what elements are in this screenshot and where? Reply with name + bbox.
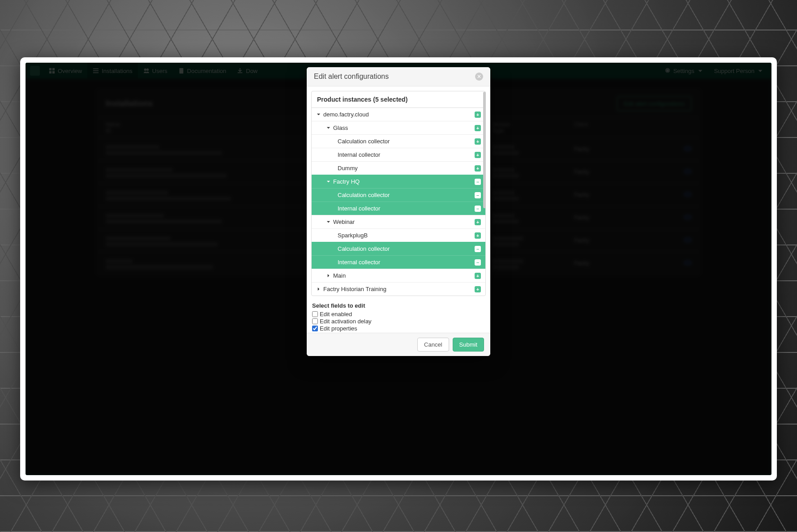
check-edit-properties-box[interactable] [312,326,318,331]
check-edit-enabled-label: Edit enabled [320,311,352,317]
chevron-right-icon[interactable] [316,287,321,291]
tree-label: Internal collector [338,205,380,212]
add-icon[interactable]: + [475,219,481,225]
modal-footer: Cancel Submit [307,333,490,356]
check-edit-enabled-box[interactable] [312,311,318,317]
scrollbar[interactable] [483,92,486,257]
remove-icon[interactable]: – [475,206,481,212]
app-window: Overview Installations Users Documentati… [20,57,777,481]
tree-label: Internal collector [338,151,380,158]
tree-row[interactable]: Glass+ [312,121,485,134]
submit-button[interactable]: Submit [453,338,484,352]
add-icon[interactable]: + [475,152,481,158]
tree-label: Dummy [338,165,358,172]
tree-label: Webinar [333,219,355,225]
product-instances-title: Product instances (5 selected) [312,91,485,108]
tree-label: Glass [333,124,348,131]
modal-header: Edit alert configurations ✕ [307,67,490,86]
tree-label: Calculation collector [338,245,390,252]
instance-tree: demo.factry.cloud+Glass+Calculation coll… [312,108,485,296]
tree-label: SparkplugB [338,232,368,239]
add-icon[interactable]: + [475,286,481,292]
chevron-down-icon[interactable] [326,126,330,130]
add-icon[interactable]: + [475,232,481,239]
tree-row[interactable]: Factry Historian Training+ [312,282,485,296]
add-icon[interactable]: + [475,112,481,118]
remove-icon[interactable]: – [475,246,481,252]
chevron-down-icon[interactable] [326,220,330,224]
tree-row[interactable]: Factry HQ– [312,175,485,188]
tree-row[interactable]: Calculation collector– [312,188,485,202]
add-icon[interactable]: + [475,273,481,279]
check-edit-activation[interactable]: Edit activation delay [312,318,486,325]
add-icon[interactable]: + [475,138,481,145]
tree-label: Factry HQ [333,178,360,185]
cancel-button[interactable]: Cancel [417,338,449,352]
tree-label: demo.factry.cloud [323,111,369,118]
tree-row[interactable]: Dummy+ [312,161,485,175]
remove-icon[interactable]: – [475,259,481,266]
add-icon[interactable]: + [475,165,481,172]
tree-row[interactable]: Internal collector– [312,255,485,269]
edit-alert-modal: Edit alert configurations ✕ Product inst… [307,67,490,356]
check-edit-enabled[interactable]: Edit enabled [312,311,486,317]
tree-label: Calculation collector [338,138,390,145]
tree-row[interactable]: Internal collector+ [312,148,485,161]
close-icon[interactable]: ✕ [475,73,483,81]
tree-label: Factry Historian Training [323,286,386,292]
check-edit-properties-label: Edit properties [320,325,357,332]
chevron-down-icon[interactable] [316,112,321,116]
chevron-right-icon[interactable] [326,274,330,278]
tree-row[interactable]: demo.factry.cloud+ [312,108,485,121]
tree-label: Calculation collector [338,192,390,198]
chevron-down-icon[interactable] [326,180,330,184]
remove-icon[interactable]: – [475,192,481,198]
remove-icon[interactable]: – [475,179,481,185]
tree-label: Internal collector [338,259,380,266]
check-edit-properties[interactable]: Edit properties [312,325,486,332]
app-window-inner: Overview Installations Users Documentati… [26,63,771,475]
tree-row[interactable]: Calculation collector+ [312,134,485,148]
check-edit-activation-box[interactable] [312,318,318,324]
modal-body: Product instances (5 selected) demo.fact… [307,86,490,333]
tree-row[interactable]: Webinar+ [312,215,485,228]
tree-row[interactable]: SparkplugB+ [312,228,485,242]
modal-title: Edit alert configurations [314,73,389,81]
tree-row[interactable]: Main+ [312,269,485,282]
product-instances-section: Product instances (5 selected) demo.fact… [311,91,486,296]
tree-row[interactable]: Calculation collector– [312,242,485,255]
select-fields-title: Select fields to edit [312,302,486,309]
tree-row[interactable]: Internal collector– [312,202,485,215]
scrollbar-thumb[interactable] [483,92,486,208]
check-edit-activation-label: Edit activation delay [320,318,372,325]
tree-label: Main [333,272,346,279]
add-icon[interactable]: + [475,125,481,131]
